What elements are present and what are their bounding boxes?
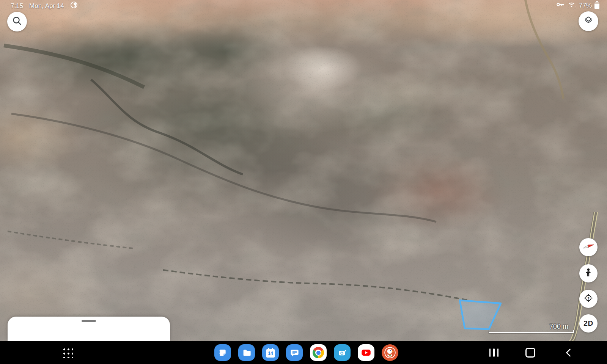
svg-text:?: ? (587, 296, 590, 300)
my-location-button[interactable]: ? (579, 290, 598, 308)
recents-icon (489, 348, 491, 357)
pegman-icon (583, 267, 594, 280)
2d-button-label: 2D (583, 319, 593, 328)
app-icon-samsung-notes[interactable] (214, 344, 231, 361)
back-chevron-icon (564, 348, 574, 358)
app-icon-messages[interactable] (286, 344, 303, 361)
camera-glyph (337, 348, 348, 358)
app-icon-my-files[interactable] (238, 344, 255, 361)
vpn-key-icon (556, 1, 565, 10)
notes-glyph (218, 348, 228, 358)
drag-handle[interactable] (82, 320, 96, 322)
app-icon-chrome[interactable] (310, 344, 327, 361)
home-icon (525, 348, 535, 358)
wifi-icon (568, 1, 576, 10)
nav-recents-button[interactable] (482, 341, 506, 364)
app-drawer-button[interactable] (62, 347, 73, 358)
compass-icon (581, 239, 596, 256)
tablet-screen: 7:15 Mon, Apr 14 (0, 0, 607, 364)
calendar-glyph: 14 (266, 349, 275, 358)
chrome-logo-glyph (313, 347, 324, 358)
status-time: 7:15 (11, 2, 23, 10)
app-icon-duckduckgo[interactable] (382, 344, 398, 361)
youtube-glyph (360, 347, 372, 358)
app-icon-calendar[interactable]: 14 (262, 344, 279, 361)
map-canvas[interactable] (0, 0, 607, 341)
battery-percent: 77% (579, 2, 592, 9)
street-view-pegman-button[interactable] (579, 264, 598, 282)
status-date: Mon, Apr 14 (29, 2, 64, 10)
folder-glyph (242, 348, 252, 358)
nav-home-button[interactable] (518, 341, 543, 364)
search-button[interactable] (7, 12, 27, 31)
battery-icon (594, 2, 599, 9)
layers-button[interactable] (579, 11, 598, 31)
calendar-day: 14 (268, 351, 273, 356)
location-unknown-icon: ? (582, 292, 595, 306)
status-bar[interactable]: 7:15 Mon, Apr 14 (0, 0, 607, 11)
taskbar-apps: 14 (214, 344, 398, 361)
app-icon-camera[interactable] (334, 344, 351, 361)
bottom-sheet[interactable] (8, 317, 170, 341)
message-bubble-glyph (289, 348, 300, 358)
search-icon (12, 16, 22, 28)
scale-bar (489, 330, 574, 333)
nav-back-button[interactable] (557, 341, 581, 364)
earth-notification-icon (70, 1, 78, 11)
layers-icon (583, 15, 594, 28)
2d-view-toggle-button[interactable]: 2D (579, 314, 598, 333)
map-overlay-graphics (0, 0, 607, 341)
app-icon-youtube[interactable] (358, 344, 374, 361)
taskbar: 14 (0, 341, 607, 364)
compass-button[interactable] (579, 238, 598, 256)
scale-bar-label: 700 m (549, 323, 568, 331)
duckduckgo-glyph (383, 345, 397, 360)
